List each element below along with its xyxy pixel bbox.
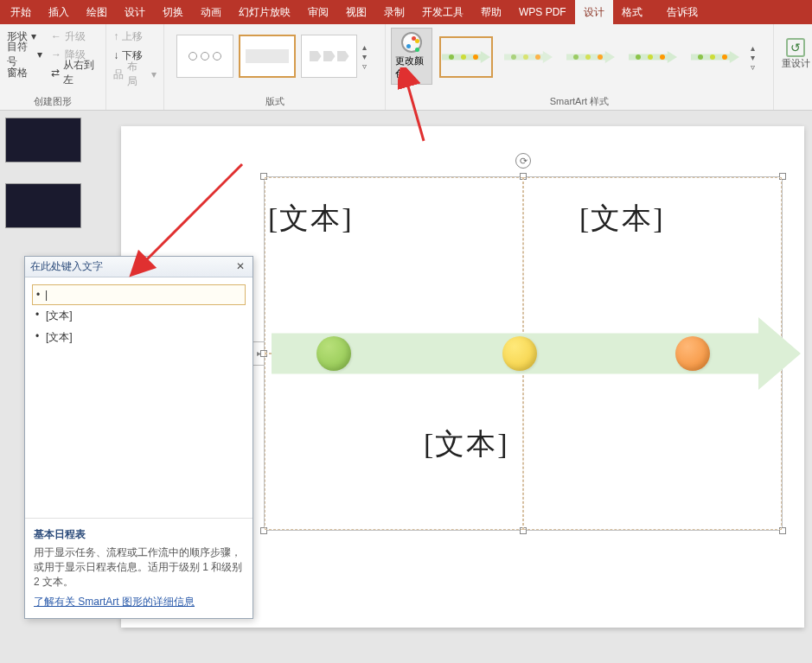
timeline-dot-3[interactable] [675,336,710,371]
textpane-item-1-editing[interactable] [32,284,246,305]
smartart-text-1[interactable]: [文本] [268,199,354,239]
styles-more[interactable]: ▴▾▿ [751,43,761,72]
textpane-footer: 基本日程表 用于显示任务、流程或工作流中的顺序步骤，或用于显示日程表信息。适用于… [25,518,253,618]
menubar: 开始 插入 绘图 设计 切换 动画 幻灯片放映 审阅 视图 录制 开发工具 帮助… [0,0,812,24]
layouts-gallery[interactable]: ▴▾▿ [169,28,380,78]
smartart-text-2[interactable]: [文本] [579,199,665,239]
tab-start[interactable]: 开始 [2,0,40,24]
style-option-1-selected[interactable] [439,36,493,78]
textpane-header[interactable]: 在此处键入文字 ✕ [25,257,253,277]
tab-transition[interactable]: 切换 [154,0,192,24]
style-option-3[interactable] [564,36,617,78]
styles-gallery[interactable]: ▴▾▿ [432,28,768,78]
group-layouts-label: 版式 [169,93,380,108]
group-styles-label: SmartArt 样式 [391,93,768,108]
tab-help[interactable]: 帮助 [472,0,510,24]
style-option-2[interactable] [502,36,555,78]
tab-design[interactable]: 设计 [116,0,154,24]
reset-icon [786,38,805,57]
rotate-handle[interactable]: ⟳ [515,153,531,169]
textpane-learn-more-link[interactable]: 了解有关 SmartArt 图形的详细信息 [34,595,244,609]
tab-review[interactable]: 审阅 [299,0,337,24]
ribbon-promote: ← 升级 [49,28,100,45]
textpane-item-3[interactable]: [文本] [32,327,246,348]
ribbon-textpane[interactable]: 窗格 [5,64,44,81]
layouts-more[interactable]: ▴▾▿ [362,42,373,71]
textpane-footer-desc: 用于显示任务、流程或工作流中的顺序步骤，或用于显示日程表信息。适用于级别 1 和… [34,545,244,590]
tab-insert[interactable]: 插入 [40,0,78,24]
textpane-body[interactable]: [文本] [文本] [25,277,253,355]
tab-view[interactable]: 视图 [337,0,375,24]
smartart-text-3[interactable]: [文本] [424,424,509,464]
ribbon-moveup: ↑ 上移 [112,28,158,45]
palette-icon [401,32,422,53]
textpane-footer-title: 基本日程表 [34,527,244,542]
style-option-4[interactable] [626,36,680,78]
tab-devtools[interactable]: 开发工具 [413,0,472,24]
tab-record[interactable]: 录制 [375,0,413,24]
ribbon-bullet[interactable]: 目符号 ▾ [5,46,44,63]
change-colors-button[interactable]: 更改颜色 [391,28,432,85]
textpane-item-2[interactable]: [文本] [32,305,246,327]
tab-wpspdf[interactable]: WPS PDF [510,0,575,24]
reset-design-button[interactable]: 重设计 [779,28,812,70]
layout-option-1[interactable] [176,35,233,78]
slide-thumb-1[interactable] [5,118,81,163]
ribbon-rtl[interactable]: ⇄ 从右到左 [49,64,100,81]
timeline-dot-1[interactable] [316,336,351,371]
tab-smartart-design[interactable]: 设计 [575,0,613,24]
ribbon-layout: 品 布局 ▾ [112,66,158,83]
group-shapes-label: 创建图形 [5,93,100,108]
textpane-close-button[interactable]: ✕ [233,260,247,274]
style-option-5[interactable] [688,36,742,78]
layout-option-3[interactable] [301,35,358,78]
tab-draw[interactable]: 绘图 [78,0,116,24]
textpane-title: 在此处键入文字 [30,259,103,274]
slide-thumb-2[interactable] [5,183,81,228]
tab-format[interactable]: 格式 [613,0,651,24]
timeline-dot-2[interactable] [502,336,537,371]
smartart-text-pane[interactable]: 在此处键入文字 ✕ [文本] [文本] 基本日程表 用于显示任务、流程或工作流中… [24,256,253,619]
tab-tellme[interactable]: 告诉我 [658,0,707,24]
ribbon: 形状 ▾ 目符号 ▾ 窗格 ← 升级 → 降级 ⇄ 从右到左 创建图形 ↑ 上移… [0,24,812,111]
layout-option-2-selected[interactable] [239,35,296,78]
tab-animation[interactable]: 动画 [192,0,230,24]
tab-slideshow[interactable]: 幻灯片放映 [230,0,299,24]
